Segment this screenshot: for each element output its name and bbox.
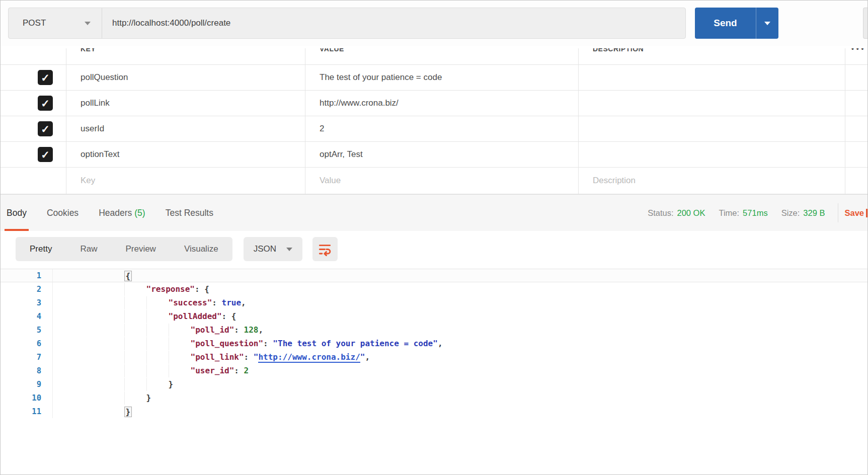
row-checkbox[interactable]: ✓	[38, 147, 53, 162]
line-number: 8	[1, 364, 53, 377]
code-line: 11 }	[1, 405, 867, 418]
response-tabs: Body Cookies Headers (5) Test Results	[1, 195, 233, 231]
key-cell[interactable]: pollQuestion	[66, 65, 305, 90]
send-options-button[interactable]	[756, 8, 778, 39]
response-tab[interactable]: Test Results	[166, 195, 213, 231]
status-label: Status:	[648, 208, 673, 218]
table-row: ✓ pollQuestion The test of your patience…	[1, 65, 867, 91]
column-header-value: VALUE	[320, 48, 344, 53]
chevron-down-icon	[286, 248, 292, 251]
status-value: 571ms	[743, 208, 768, 218]
view-mode-group: PrettyRawPreviewVisualize	[16, 237, 232, 261]
header-checkbox-cell	[1, 48, 66, 64]
save-response-button[interactable]: Save	[844, 208, 864, 218]
line-number: 4	[1, 309, 53, 323]
response-bar: Body Cookies Headers (5) Test Results St…	[1, 194, 867, 231]
status-items: Status: 200 OK Time: 571ms Size: 329 B	[634, 208, 825, 218]
row-menu-cell	[845, 91, 867, 116]
line-number: 3	[1, 296, 53, 309]
url-input[interactable]: http://localhost:4000/poll/create	[102, 8, 685, 38]
line-number: 10	[1, 391, 53, 405]
key-placeholder-input[interactable]: Key	[66, 168, 305, 194]
key-cell[interactable]: userId	[66, 116, 305, 141]
format-select[interactable]: JSON	[244, 237, 302, 261]
tab-label: Cookies	[47, 208, 78, 218]
chevron-down-icon	[764, 22, 770, 25]
row-checkbox[interactable]: ✓	[38, 96, 53, 111]
wrap-text-icon	[318, 243, 332, 256]
url-text: http://localhost:4000/poll/create	[112, 18, 230, 28]
save-clipped-glyph	[866, 209, 867, 217]
row-menu-cell	[845, 142, 867, 167]
params-header-row: KEY VALUE DESCRIPTION • • •	[1, 48, 867, 65]
key-cell[interactable]: pollLink	[66, 91, 305, 116]
check-icon: ✓	[41, 124, 50, 134]
description-cell[interactable]	[578, 142, 845, 167]
check-icon: ✓	[41, 149, 50, 160]
line-number: 5	[1, 323, 53, 337]
value-cell[interactable]: The test of your patience = code	[305, 65, 578, 90]
response-tab[interactable]: Body	[7, 195, 27, 231]
row-checkbox[interactable]: ✓	[38, 70, 53, 85]
line-number: 7	[1, 350, 53, 364]
column-header-description: DESCRIPTION	[593, 48, 644, 53]
line-number: 2	[1, 282, 53, 296]
value-cell[interactable]: optArr, Test	[305, 142, 578, 167]
request-bar: POST http://localhost:4000/poll/create S…	[1, 1, 867, 46]
response-tab[interactable]: Headers (5)	[99, 195, 145, 231]
method-select[interactable]: POST	[9, 8, 102, 38]
row-menu-cell	[845, 65, 867, 90]
line-number: 1	[1, 269, 53, 282]
status-value: 329 B	[803, 208, 825, 218]
row-menu-cell	[845, 116, 867, 141]
format-label: JSON	[254, 244, 276, 254]
code-tokens: }	[124, 407, 132, 416]
params-table: KEY VALUE DESCRIPTION • • • ✓ pollQuesti…	[1, 48, 867, 194]
send-label: Send	[695, 8, 756, 39]
view-mode-button[interactable]: Raw	[66, 237, 111, 261]
view-mode-button[interactable]: Pretty	[16, 237, 66, 261]
description-placeholder-input[interactable]: Description	[578, 168, 845, 194]
code-token: }	[124, 407, 132, 417]
status-value: 200 OK	[677, 208, 705, 218]
response-tab[interactable]: Cookies	[47, 195, 78, 231]
response-body-editor: 1 { 2 "response": { 3 "success": true, 4	[1, 269, 867, 418]
status-label: Size:	[781, 208, 800, 218]
postman-window: POST http://localhost:4000/poll/create S…	[0, 0, 868, 475]
line-number: 6	[1, 337, 53, 350]
status-item: Status: 200 OK	[648, 208, 705, 218]
description-cell[interactable]	[578, 91, 845, 116]
table-row: ✓ userId 2	[1, 116, 867, 142]
view-mode-button[interactable]: Preview	[111, 237, 170, 261]
key-cell[interactable]: optionText	[66, 142, 305, 167]
table-row: ✓ pollLink http://www.crona.biz/	[1, 91, 867, 116]
chevron-down-icon	[85, 22, 91, 25]
view-mode-button[interactable]: Visualize	[170, 237, 232, 261]
wrap-lines-button[interactable]	[312, 237, 338, 261]
description-cell[interactable]	[578, 65, 845, 90]
table-menu-button[interactable]: • • •	[851, 48, 864, 53]
url-group: POST http://localhost:4000/poll/create	[8, 8, 686, 39]
value-cell[interactable]: 2	[305, 116, 578, 141]
new-param-row: Key Value Description	[1, 168, 867, 194]
description-cell[interactable]	[578, 116, 845, 141]
value-placeholder-input[interactable]: Value	[305, 168, 578, 194]
status-label: Time:	[719, 208, 739, 218]
row-checkbox[interactable]: ✓	[38, 121, 53, 136]
method-label: POST	[23, 18, 46, 28]
status-item: Size: 329 B	[781, 208, 825, 218]
tab-label: Test Results	[166, 208, 213, 218]
code-lines: 1 { 2 "response": { 3 "success": true, 4	[1, 269, 867, 418]
response-status-zone: Status: 200 OK Time: 571ms Size: 329 B S…	[634, 195, 867, 231]
line-number: 9	[1, 377, 53, 391]
tab-count-badge: (5)	[134, 208, 145, 218]
send-button[interactable]: Send	[695, 8, 778, 39]
column-header-key: KEY	[81, 48, 96, 53]
params-rows: ✓ pollQuestion The test of your patience…	[1, 65, 867, 168]
line-number: 11	[1, 405, 53, 418]
value-cell[interactable]: http://www.crona.biz/	[305, 91, 578, 116]
check-icon: ✓	[41, 72, 50, 83]
tab-label: Body	[7, 208, 27, 218]
code-text: }	[53, 397, 867, 426]
clipped-button-sliver[interactable]	[863, 8, 868, 39]
